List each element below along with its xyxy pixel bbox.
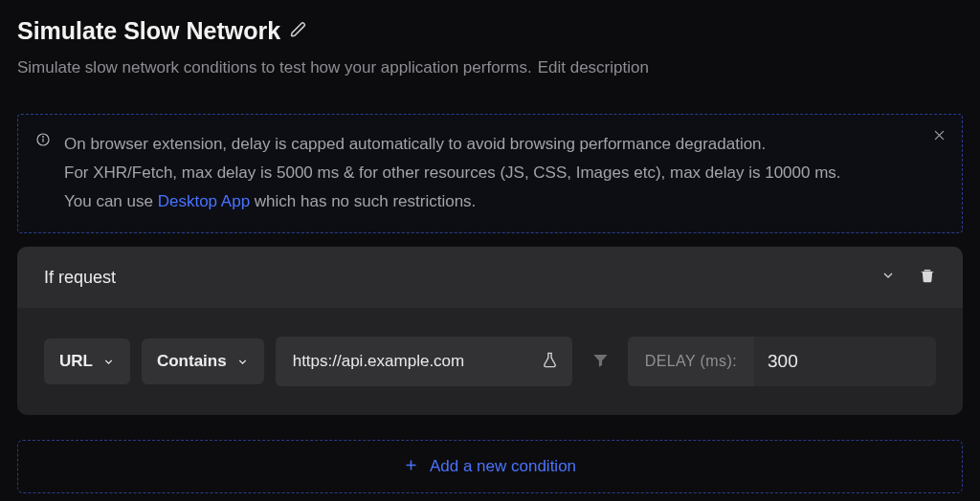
beaker-icon[interactable] bbox=[541, 351, 559, 373]
filter-icon[interactable] bbox=[591, 351, 610, 373]
plus-icon bbox=[404, 458, 418, 476]
field-select[interactable]: URL bbox=[44, 338, 130, 384]
add-condition-button[interactable]: Add a new condition bbox=[17, 440, 963, 493]
delay-group: DELAY (ms): bbox=[628, 337, 936, 386]
rule-heading: If request bbox=[44, 268, 116, 288]
close-icon[interactable] bbox=[932, 128, 947, 146]
desktop-app-link[interactable]: Desktop App bbox=[158, 192, 250, 210]
page-title: Simulate Slow Network bbox=[17, 17, 280, 45]
edit-title-icon[interactable] bbox=[290, 21, 307, 42]
rule-body: URL Contains DELAY (ms): bbox=[17, 308, 963, 415]
delay-label: DELAY (ms): bbox=[628, 337, 754, 386]
operator-select[interactable]: Contains bbox=[142, 338, 264, 384]
trash-icon[interactable] bbox=[919, 266, 936, 289]
svg-point-2 bbox=[43, 137, 44, 138]
info-banner: On browser extension, delay is capped au… bbox=[17, 114, 963, 233]
rule-header: If request bbox=[17, 247, 963, 308]
delay-input[interactable] bbox=[754, 337, 936, 386]
page-description: Simulate slow network conditions to test… bbox=[17, 58, 532, 77]
edit-description-link[interactable]: Edit description bbox=[538, 58, 649, 77]
info-line-3: You can use Desktop App which has no suc… bbox=[64, 187, 841, 216]
field-select-label: URL bbox=[59, 352, 93, 371]
info-line-2: For XHR/Fetch, max delay is 5000 ms & fo… bbox=[64, 159, 841, 187]
info-line-1: On browser extension, delay is capped au… bbox=[64, 130, 841, 159]
url-input-wrap bbox=[276, 337, 572, 386]
operator-select-label: Contains bbox=[157, 352, 227, 371]
url-input[interactable] bbox=[293, 352, 541, 371]
rule-card: If request URL Contains bbox=[17, 247, 963, 415]
add-condition-label: Add a new condition bbox=[430, 457, 576, 476]
chevron-down-icon[interactable] bbox=[880, 268, 896, 287]
info-icon bbox=[35, 132, 51, 215]
